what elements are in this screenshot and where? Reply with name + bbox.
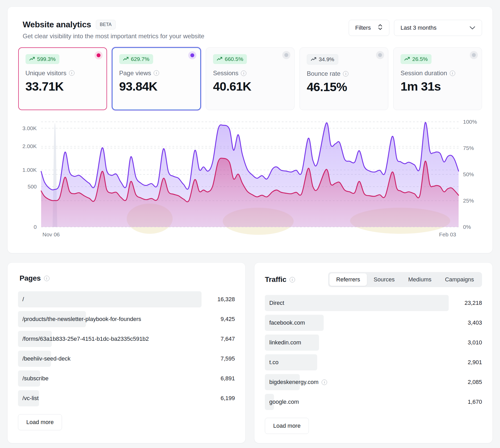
- trending-up-icon: [404, 57, 410, 61]
- row-label-text: Direct: [269, 300, 284, 306]
- row-value: 2,901: [449, 359, 482, 366]
- info-icon[interactable]: [69, 70, 74, 76]
- row-value: 3,010: [449, 339, 482, 346]
- traffic-chart: 3.00K2.00K1.00K5000100%75%50%25%0%Nov 06…: [8, 117, 492, 241]
- row-bar-area: bigdeskenergy.com: [265, 374, 449, 390]
- header-actions: Filters Last 3 months: [349, 20, 482, 36]
- change-value: 599.3%: [37, 56, 56, 62]
- info-icon[interactable]: [450, 71, 455, 76]
- row-bar-area: google.com: [265, 394, 449, 410]
- metric-card[interactable]: 26.5% Session duration 1m 31s: [393, 47, 482, 110]
- metric-label: Unique visitors: [26, 70, 100, 77]
- metric-label: Session duration: [401, 70, 475, 77]
- change-badge: 599.3%: [26, 54, 59, 64]
- row-label-text: /beehiiv-seed-deck: [22, 355, 71, 362]
- x-axis-end-label: Feb 03: [439, 231, 456, 238]
- row-bar-area: /forms/63a1b833-25e7-4151-b1dc-ba2335c59…: [18, 331, 202, 347]
- row-label-text: google.com: [269, 399, 299, 405]
- pages-load-more-button[interactable]: Load more: [18, 414, 62, 430]
- metric-value: 93.84K: [119, 79, 194, 93]
- row-label-text: t.co: [269, 359, 278, 366]
- row-value: 16,328: [202, 296, 235, 303]
- analytics-header: Website analytics BETA Get clear visibil…: [8, 7, 492, 40]
- metric-value: 33.71K: [26, 79, 100, 93]
- tab-mediums[interactable]: Mediums: [401, 273, 438, 286]
- date-range-select[interactable]: Last 3 months: [394, 20, 482, 36]
- row-bar-area: Direct: [265, 295, 449, 311]
- row-label-text: /subscribe: [22, 375, 48, 382]
- traffic-load-more-button[interactable]: Load more: [265, 418, 309, 434]
- info-icon[interactable]: [290, 277, 295, 282]
- row-value: 6,199: [202, 395, 235, 402]
- info-icon[interactable]: [154, 70, 159, 76]
- table-row: google.com 1,670: [265, 394, 482, 410]
- table-row: Direct 23,218: [265, 295, 482, 311]
- tab-sources[interactable]: Sources: [367, 273, 402, 286]
- x-axis-start-label: Nov 06: [42, 231, 60, 238]
- row-bar: [18, 291, 202, 307]
- change-badge: 34.9%: [307, 54, 338, 65]
- change-badge: 629.7%: [119, 54, 153, 64]
- row-bar: [265, 295, 449, 311]
- traffic-title-text: Traffic: [265, 275, 286, 284]
- metric-label-text: Session duration: [401, 70, 447, 77]
- row-value: 9,425: [202, 316, 235, 323]
- row-label: /products/the-newsletter-playbook-for-fo…: [18, 311, 141, 327]
- selection-dot: [472, 53, 476, 57]
- row-value: 3,403: [449, 319, 482, 326]
- metric-card[interactable]: 660.5% Sessions 40.61K: [206, 47, 295, 110]
- metric-card[interactable]: 629.7% Page views 93.84K: [112, 47, 201, 110]
- table-row: /products/the-newsletter-playbook-for-fo…: [18, 311, 235, 327]
- info-icon[interactable]: [343, 71, 348, 77]
- row-label: /forms/63a1b833-25e7-4151-b1dc-ba2335c59…: [18, 331, 149, 347]
- metric-card[interactable]: 599.3% Unique visitors 33.71K: [18, 47, 107, 110]
- pages-title-row: Pages: [18, 274, 235, 282]
- y-axis-tick-left: 1.00K: [8, 167, 37, 173]
- row-label: /subscribe: [18, 370, 48, 387]
- row-label-text: bigdeskenergy.com: [269, 379, 318, 386]
- row-label: bigdeskenergy.com: [265, 374, 327, 390]
- info-icon[interactable]: [241, 71, 246, 76]
- row-label-text: /products/the-newsletter-playbook-for-fo…: [22, 316, 141, 323]
- trending-up-icon: [311, 57, 316, 62]
- tab-referrers[interactable]: Referrers: [329, 273, 367, 286]
- change-value: 629.7%: [131, 56, 149, 62]
- y-axis-tick-right: 50%: [463, 171, 489, 178]
- filters-button[interactable]: Filters: [349, 20, 389, 36]
- selection-dot: [378, 53, 382, 57]
- page-subtitle: Get clear visibility into the most impor…: [23, 33, 204, 40]
- change-badge: 660.5%: [213, 54, 247, 64]
- info-icon[interactable]: [322, 380, 327, 385]
- row-label-text: facebook.com: [269, 319, 305, 326]
- metric-card[interactable]: 34.9% Bounce rate 46.15%: [299, 47, 388, 110]
- row-label: linkedin.com: [265, 335, 301, 351]
- row-bar-area: /subscribe: [18, 370, 202, 387]
- page-title: Website analytics: [23, 20, 91, 29]
- table-row: /subscribe 6,891: [18, 370, 235, 387]
- chevron-down-icon: [469, 24, 476, 31]
- row-label: /vc-list: [18, 390, 39, 406]
- pages-title: Pages: [20, 274, 49, 282]
- row-value: 2,085: [449, 379, 482, 386]
- row-label: t.co: [265, 354, 278, 370]
- chart-plot-area[interactable]: [41, 122, 459, 227]
- traffic-tabs: ReferrersSourcesMediumsCampaigns: [328, 272, 482, 287]
- table-row: /vc-list 6,199: [18, 390, 235, 406]
- info-icon[interactable]: [44, 276, 49, 281]
- row-bar-area: /products/the-newsletter-playbook-for-fo…: [18, 311, 202, 327]
- row-label: facebook.com: [265, 315, 305, 331]
- metric-label-text: Bounce rate: [307, 70, 340, 77]
- metric-label: Bounce rate: [307, 70, 381, 77]
- y-axis-tick-right: 100%: [463, 119, 489, 125]
- y-axis-tick-right: 0%: [463, 224, 489, 230]
- row-value: 23,218: [449, 300, 482, 306]
- row-label-text: /vc-list: [22, 395, 39, 402]
- row-bar-area: facebook.com: [265, 315, 449, 331]
- tab-campaigns[interactable]: Campaigns: [438, 273, 481, 286]
- row-label: /beehiiv-seed-deck: [18, 351, 71, 367]
- bottom-panels-row: Pages / 16,328 /products/the-newsletter-…: [7, 262, 493, 443]
- metric-value: 40.61K: [213, 79, 287, 93]
- table-row: facebook.com 3,403: [265, 315, 482, 331]
- title-row: Website analytics BETA: [23, 20, 204, 29]
- trending-up-icon: [123, 57, 129, 61]
